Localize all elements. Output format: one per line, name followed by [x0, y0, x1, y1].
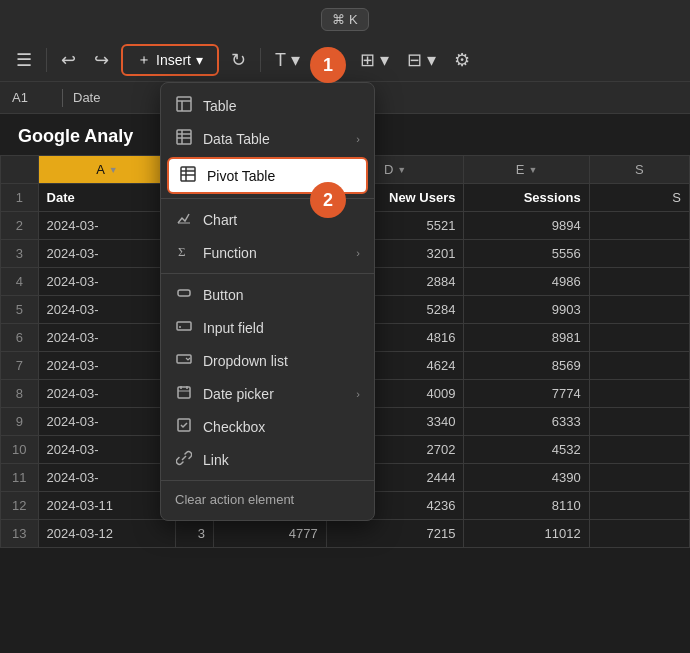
menu-item-clear[interactable]: Clear action element [161, 485, 374, 514]
cell-sessions[interactable]: 4986 [464, 268, 589, 296]
svg-rect-3 [177, 130, 191, 144]
cell-date[interactable]: 2024-03- [38, 268, 176, 296]
step-1-label: 1 [323, 55, 333, 76]
checkbox-label: Checkbox [203, 419, 360, 435]
insert-label: Insert [156, 52, 191, 68]
date-picker-icon [175, 384, 193, 403]
cell-sessions[interactable]: 8569 [464, 352, 589, 380]
cell-sessions[interactable]: 4532 [464, 436, 589, 464]
cell-s[interactable] [589, 352, 689, 380]
col-header-f[interactable]: S [589, 156, 689, 184]
row-number: 5 [1, 296, 39, 324]
cell-s[interactable] [589, 240, 689, 268]
row-number: 7 [1, 352, 39, 380]
menu-item-date-picker[interactable]: Date picker› [161, 377, 374, 410]
cell-b[interactable]: 3 [176, 520, 214, 548]
cell-sessions[interactable]: 4390 [464, 464, 589, 492]
formula-value: Date [73, 90, 100, 105]
menu-item-dropdown-list[interactable]: Dropdown list [161, 344, 374, 377]
cell-sessions[interactable]: 8110 [464, 492, 589, 520]
plus-icon: ＋ [137, 51, 151, 69]
insert-button[interactable]: ＋ Insert ▾ [121, 44, 219, 76]
cell-s[interactable] [589, 268, 689, 296]
menu-item-checkbox[interactable]: Checkbox [161, 410, 374, 443]
menu-item-function[interactable]: ΣFunction› [161, 236, 374, 269]
undo-icon: ↩ [61, 49, 76, 71]
filter-button[interactable]: ⚙ [448, 45, 476, 75]
cell-date[interactable]: 2024-03- [38, 324, 176, 352]
cell-date[interactable]: 2024-03- [38, 296, 176, 324]
cell-reference: A1 [12, 90, 52, 105]
cell-date[interactable]: 2024-03- [38, 408, 176, 436]
button-icon [175, 285, 193, 304]
cell-sessions[interactable]: 9894 [464, 212, 589, 240]
cell-sessions[interactable]: 5556 [464, 240, 589, 268]
refresh-icon: ↻ [231, 49, 246, 71]
step-bubble-1: 1 [310, 47, 346, 83]
col-header-a[interactable]: A ▼ [38, 156, 176, 184]
undo-button[interactable]: ↩ [55, 45, 82, 75]
cell-date[interactable]: Date [38, 184, 176, 212]
layout-button[interactable]: ⊟ ▾ [401, 45, 442, 75]
cell-sessions[interactable]: 9903 [464, 296, 589, 324]
view-button[interactable]: ⊞ ▾ [354, 45, 395, 75]
cell-s[interactable] [589, 324, 689, 352]
cell-s[interactable] [589, 408, 689, 436]
cell-date[interactable]: 2024-03- [38, 240, 176, 268]
dropdown-list-icon [175, 351, 193, 370]
cell-s[interactable] [589, 296, 689, 324]
cell-date[interactable]: 2024-03- [38, 352, 176, 380]
refresh-button[interactable]: ↻ [225, 45, 252, 75]
row-number: 9 [1, 408, 39, 436]
menu-divider [161, 273, 374, 274]
cell-s[interactable] [589, 520, 689, 548]
cell-s[interactable] [589, 464, 689, 492]
menu-item-table[interactable]: Table [161, 89, 374, 122]
col-d-dropdown-icon: ▼ [397, 165, 406, 175]
menu-item-data-table[interactable]: Data Table› [161, 122, 374, 155]
text-format-button[interactable]: T ▾ [269, 45, 306, 75]
data-table-label: Data Table [203, 131, 346, 147]
redo-button[interactable]: ↪ [88, 45, 115, 75]
menu-item-input-field[interactable]: Input field [161, 311, 374, 344]
cell-sessions[interactable]: 7774 [464, 380, 589, 408]
col-header-e[interactable]: E ▼ [464, 156, 589, 184]
cell-date[interactable]: 2024-03-12 [38, 520, 176, 548]
cell-s[interactable]: S [589, 184, 689, 212]
redo-icon: ↪ [94, 49, 109, 71]
chart-icon [175, 210, 193, 229]
menu-item-button[interactable]: Button [161, 278, 374, 311]
link-icon [175, 450, 193, 469]
table-icon [175, 96, 193, 115]
svg-rect-15 [177, 322, 191, 330]
cell-date[interactable]: 2024-03- [38, 212, 176, 240]
step-bubble-2: 2 [310, 182, 346, 218]
row-number: 4 [1, 268, 39, 296]
table-label: Table [203, 98, 360, 114]
cell-date[interactable]: 2024-03- [38, 380, 176, 408]
cell-new-users[interactable]: 7215 [326, 520, 464, 548]
cell-sessions[interactable]: 6333 [464, 408, 589, 436]
cell-sessions[interactable]: 8981 [464, 324, 589, 352]
cell-s[interactable] [589, 380, 689, 408]
sidebar-toggle-button[interactable]: ☰ [10, 45, 38, 75]
view-icon: ⊞ ▾ [360, 49, 389, 71]
cell-date[interactable]: 2024-03-11 [38, 492, 176, 520]
cell-sessions[interactable]: Sessions [464, 184, 589, 212]
svg-rect-14 [178, 290, 190, 296]
cell-users[interactable]: 4777 [213, 520, 326, 548]
cell-s[interactable] [589, 212, 689, 240]
checkbox-icon [175, 417, 193, 436]
cell-s[interactable] [589, 436, 689, 464]
cell-sessions[interactable]: 11012 [464, 520, 589, 548]
cell-date[interactable]: 2024-03- [38, 464, 176, 492]
svg-text:Σ: Σ [178, 244, 186, 259]
row-number: 3 [1, 240, 39, 268]
toolbar-divider-2 [260, 48, 261, 72]
menu-item-link[interactable]: Link [161, 443, 374, 476]
cell-date[interactable]: 2024-03- [38, 436, 176, 464]
formula-divider [62, 89, 63, 107]
svg-rect-11 [186, 167, 195, 171]
cell-s[interactable] [589, 492, 689, 520]
function-label: Function [203, 245, 346, 261]
